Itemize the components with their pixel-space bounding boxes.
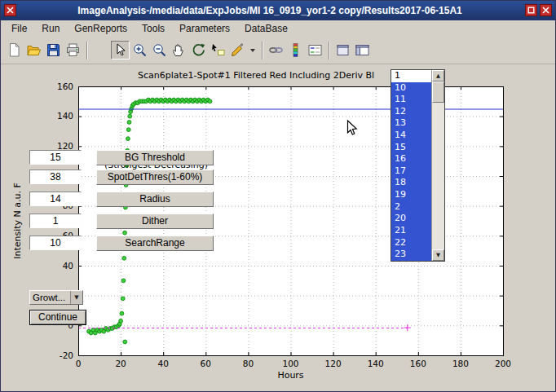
y-tick-label: 160 [57, 81, 73, 91]
open-folder-icon [26, 42, 42, 58]
spot-list-item[interactable]: 14 [391, 130, 431, 142]
insert-legend-button[interactable] [306, 41, 324, 59]
link-plot-button[interactable] [267, 41, 285, 59]
x-tick-label: 0 [76, 359, 82, 368]
bg-threshold-button[interactable]: BG Threshold [96, 150, 214, 165]
open-folder-button[interactable] [24, 41, 43, 59]
param-row-dither: Dither [29, 214, 214, 229]
insert-colorbar-button[interactable] [286, 41, 305, 59]
growth-mode-dropdown[interactable]: Growt... ▼ [29, 290, 83, 305]
spot-list-item[interactable]: 13 [391, 117, 431, 130]
spot-list-item[interactable]: 20 [391, 213, 431, 225]
growth-curve-point [127, 121, 131, 125]
x-tick-label: 140 [368, 359, 384, 368]
menu-genreports[interactable]: GenReports [67, 21, 135, 36]
x-tick-label: 200 [495, 359, 511, 368]
x-tick-label: 20 [115, 359, 126, 368]
dither-button[interactable]: Dither [96, 214, 214, 229]
outlier-points-point [123, 340, 127, 344]
menu-run[interactable]: Run [34, 21, 67, 36]
y-tick-label: 140 [57, 111, 73, 121]
main-toolbar [1, 37, 555, 64]
radius-button[interactable]: Radius [96, 192, 214, 207]
param-row-bg-threshold: BG Threshold [29, 150, 214, 165]
y-axis-label: Intensity N a.u. F [12, 183, 23, 259]
x-tick-label: 40 [158, 359, 169, 368]
menu-file[interactable]: File [4, 21, 34, 36]
menu-database[interactable]: DataBase [237, 21, 295, 36]
window-maximize-button[interactable] [525, 4, 537, 16]
pan-icon [171, 42, 187, 58]
scrollbar-track[interactable] [432, 81, 444, 249]
window-title: ImageAnalysis-/media/data/ExpJobs/MI 16_… [22, 1, 518, 20]
spot-list-item[interactable]: 2 [391, 201, 431, 214]
window-maximize-icon [527, 7, 535, 14]
dither-input[interactable] [29, 214, 82, 228]
param-row-radius: Radius [29, 192, 214, 207]
zoom-in-button[interactable] [130, 41, 149, 59]
menu-parameters[interactable]: Parameters [172, 21, 237, 36]
spotdetthres-button[interactable]: SpotDetThres(1-60%) [96, 170, 214, 185]
spot-list-item[interactable]: 16 [391, 153, 431, 165]
spot-list-item[interactable]: 1 [391, 70, 431, 82]
spot-list-item[interactable]: 19 [391, 189, 431, 201]
save-button[interactable] [44, 41, 63, 59]
print-icon [65, 42, 81, 58]
zoom-out-icon [152, 42, 167, 58]
spot-list-item[interactable]: 23 [391, 249, 431, 261]
hide-plot-tools-button[interactable] [333, 41, 352, 59]
spot-list-scrollbar[interactable]: ▲ ▼ [431, 70, 444, 261]
zoom-out-button[interactable] [150, 41, 169, 59]
insert-legend-icon [307, 42, 323, 58]
window-close-button[interactable] [540, 4, 552, 16]
spotdetthres-input[interactable] [29, 170, 82, 184]
y-tick-label: -20 [60, 350, 73, 360]
menu-tools[interactable]: Tools [135, 21, 172, 36]
growth-curve-point [123, 231, 127, 235]
radius-input[interactable] [29, 192, 82, 206]
scrollbar-thumb[interactable] [432, 81, 444, 103]
title-bar[interactable]: ImageAnalysis-/media/data/ExpJobs/MI 16_… [1, 1, 555, 20]
dropdown-arrow-button[interactable]: ▼ [70, 291, 82, 304]
brush-caret-icon [249, 42, 257, 58]
spot-list-item[interactable]: 17 [391, 165, 431, 178]
searchrange-button[interactable]: SearchRange [96, 236, 214, 251]
scroll-down-button[interactable]: ▼ [432, 249, 444, 261]
edit-plot-pointer-button[interactable] [111, 41, 130, 59]
param-row-searchrange: SearchRange [29, 236, 214, 251]
bg-threshold-input[interactable] [29, 150, 82, 165]
growth-curve-point [126, 128, 130, 132]
growth-curve-point [126, 137, 130, 141]
spot-list-item[interactable]: 18 [391, 177, 431, 189]
new-file-icon [7, 42, 22, 58]
link-plot-icon [268, 42, 284, 58]
spot-number-listbox[interactable]: 110111213141516171819220212223 ▲ ▼ [391, 69, 445, 262]
show-plot-tools-button[interactable] [353, 41, 372, 59]
brush-caret-button[interactable] [248, 41, 258, 59]
x-tick-label: 180 [452, 359, 469, 368]
window-close-left-button[interactable] [4, 4, 16, 16]
x-tick-label: 100 [282, 359, 298, 368]
up-arrow-icon: ▲ [436, 73, 440, 79]
spot-list-item[interactable]: 12 [391, 106, 431, 118]
spot-list-item[interactable]: 21 [391, 225, 431, 237]
rotate-3d-button[interactable] [189, 41, 208, 59]
x-tick-label: 60 [201, 359, 211, 368]
spot-list-item[interactable]: 15 [391, 142, 431, 154]
brush-button[interactable] [228, 41, 247, 59]
figure-area: 020406080100120140160180200-200204060801… [1, 64, 556, 392]
spot-list-item[interactable]: 10 [391, 82, 431, 95]
spot-list-item[interactable]: 11 [391, 94, 431, 106]
new-file-button[interactable] [5, 41, 24, 59]
continue-button[interactable]: Continue [29, 310, 86, 325]
searchrange-input[interactable] [29, 236, 82, 250]
growth-curve-point [121, 297, 125, 301]
data-cursor-button[interactable] [209, 41, 227, 59]
print-button[interactable] [64, 41, 82, 59]
scroll-up-button[interactable]: ▲ [432, 70, 444, 81]
x-tick-label: 120 [325, 359, 342, 368]
pan-button[interactable] [170, 41, 188, 59]
down-arrow-icon: ▼ [436, 253, 440, 258]
spot-list-item[interactable]: 22 [391, 237, 431, 249]
toolbar-spacer [91, 50, 111, 51]
